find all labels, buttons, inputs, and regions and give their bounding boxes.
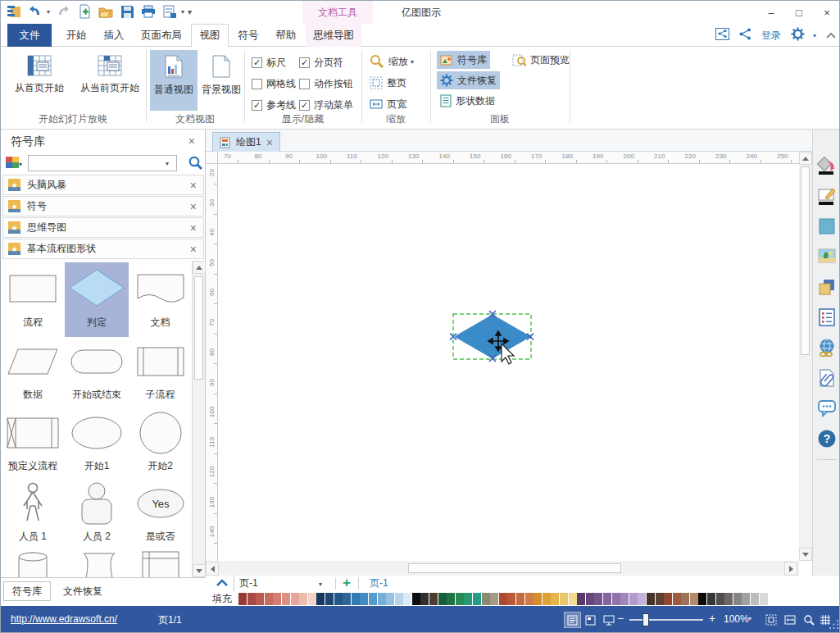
category-close-icon[interactable]: × — [190, 180, 197, 191]
category-close-icon[interactable]: × — [190, 222, 197, 234]
fill-color-swatch[interactable] — [543, 593, 551, 605]
zoom-slider-track[interactable] — [629, 619, 703, 621]
print-button[interactable] — [140, 3, 157, 20]
fill-color-swatch[interactable] — [534, 593, 542, 605]
fill-color-swatch[interactable] — [742, 593, 750, 605]
action-buttons-checkbox[interactable] — [299, 79, 310, 89]
zoom-region-button[interactable] — [801, 613, 816, 627]
maximize-button[interactable]: □ — [785, 1, 813, 24]
library-source-icon[interactable] — [5, 156, 20, 172]
checkbox-ruler[interactable]: ✓ 标尺 — [252, 56, 286, 69]
save-button[interactable] — [119, 3, 135, 20]
customize-qat-icon[interactable]: ▾ — [188, 7, 192, 16]
fill-color-swatch[interactable] — [482, 593, 490, 605]
quick-color-icon[interactable] — [817, 216, 837, 236]
fill-color-swatch[interactable] — [690, 593, 698, 605]
share-icon[interactable] — [739, 28, 751, 43]
zoom-percentage-dropdown-icon[interactable]: ▾ — [748, 615, 751, 622]
resize-grip[interactable] — [829, 620, 839, 632]
fill-color-swatch[interactable] — [456, 593, 464, 605]
fill-color-swatch[interactable] — [308, 593, 316, 605]
document-tab[interactable]: 绘图1 × — [212, 132, 280, 152]
panel-tab-library[interactable]: 符号库 — [3, 581, 51, 601]
selected-diamond-shape[interactable] — [455, 315, 530, 358]
shape-data[interactable]: 数据 — [1, 339, 65, 409]
fill-color-swatch[interactable] — [673, 593, 681, 605]
shape-start2[interactable]: 开始2 — [129, 409, 192, 480]
fill-color-swatch[interactable] — [299, 593, 307, 605]
fill-color-swatch[interactable] — [273, 593, 281, 605]
fill-color-swatch[interactable] — [707, 593, 715, 605]
normal-view-button[interactable]: 普通视图 — [150, 50, 198, 111]
fill-color-swatch[interactable] — [656, 593, 664, 605]
shape-data-list-icon[interactable] — [817, 307, 837, 327]
gridlines-checkbox[interactable] — [252, 79, 262, 89]
open-file-button[interactable] — [98, 3, 114, 20]
status-normal-view-button[interactable] — [565, 613, 580, 627]
checkbox-guides[interactable]: ✓ 参考线 — [252, 98, 296, 112]
fill-color-swatch[interactable] — [638, 593, 646, 605]
help-icon[interactable]: ? — [817, 429, 837, 449]
fill-color-swatch[interactable] — [316, 593, 325, 605]
zoom-in-button[interactable]: + — [709, 612, 715, 625]
fill-color-swatch[interactable] — [525, 593, 534, 605]
zoom-button[interactable]: 缩放 ▾ — [366, 52, 417, 71]
shape-process[interactable]: 流程 — [1, 265, 65, 337]
tab-home[interactable]: 开始 — [58, 24, 94, 47]
fill-color-swatch[interactable] — [681, 593, 689, 605]
whole-page-button[interactable]: 整页 — [366, 74, 410, 92]
fill-color-swatch[interactable] — [473, 593, 481, 605]
canvas-hscroll-thumb[interactable] — [408, 563, 621, 573]
fill-color-swatch[interactable] — [664, 593, 672, 605]
library-category-symbols[interactable]: ★ 符号 × — [2, 196, 204, 216]
new-document-button[interactable] — [76, 3, 93, 20]
scroll-down-button[interactable] — [193, 564, 206, 577]
fill-color-swatch[interactable] — [420, 593, 429, 605]
library-search-input[interactable] — [28, 155, 177, 171]
status-slideshow-button[interactable] — [601, 613, 616, 627]
fill-color-swatch[interactable] — [447, 593, 455, 605]
shape-start-end[interactable]: 开始或结束 — [65, 339, 129, 409]
shape-predefined-process[interactable]: 预定义流程 — [1, 409, 65, 480]
ruler-checkbox[interactable]: ✓ — [252, 57, 262, 68]
fill-color-swatch[interactable] — [620, 593, 629, 605]
fill-color-swatch[interactable] — [265, 593, 273, 605]
fill-color-swatch[interactable] — [698, 593, 706, 605]
pagebreak-checkbox[interactable]: ✓ — [299, 57, 310, 68]
drawing-page[interactable] — [218, 164, 799, 561]
scroll-up-button[interactable] — [193, 261, 206, 274]
guides-checkbox[interactable]: ✓ — [252, 100, 262, 111]
fill-color-swatch[interactable] — [733, 593, 742, 605]
canvas-vscrollbar[interactable] — [799, 152, 812, 561]
fill-color-swatch[interactable] — [343, 593, 351, 605]
fill-color-swatch[interactable] — [360, 593, 368, 605]
insert-picture-icon[interactable] — [817, 247, 837, 266]
shape-database-partial[interactable] — [1, 549, 65, 577]
checkbox-action-buttons[interactable]: 动作按钮 — [299, 77, 353, 90]
fill-style-icon[interactable] — [817, 156, 837, 175]
shape-card-partial[interactable] — [129, 549, 192, 577]
hyperlink-icon[interactable] — [817, 338, 837, 357]
close-button[interactable]: × — [813, 1, 840, 24]
attachment-icon[interactable] — [817, 368, 837, 388]
fill-color-swatch[interactable] — [594, 593, 602, 605]
page-selector[interactable]: 页-1 — [234, 576, 258, 591]
document-tab-close-icon[interactable]: × — [266, 137, 273, 148]
shape-start1[interactable]: 开始1 — [65, 409, 129, 480]
fill-color-swatch[interactable] — [403, 593, 411, 605]
category-close-icon[interactable]: × — [190, 201, 197, 212]
fill-color-swatch[interactable] — [464, 593, 472, 605]
settings-gear-icon[interactable] — [791, 27, 805, 43]
fill-color-swatch[interactable] — [612, 593, 620, 605]
zoom-out-button[interactable]: − — [617, 612, 624, 625]
fill-color-swatch[interactable] — [490, 593, 498, 605]
fill-color-swatch[interactable] — [429, 593, 438, 605]
fill-color-swatch[interactable] — [325, 593, 334, 605]
fill-color-swatch[interactable] — [629, 593, 638, 605]
fill-color-swatch[interactable] — [586, 593, 594, 605]
fill-color-swatch[interactable] — [577, 593, 585, 605]
comment-icon[interactable] — [817, 398, 837, 418]
slideshow-from-current-button[interactable]: 从当前页开始 — [75, 50, 145, 111]
fill-color-swatch[interactable] — [378, 593, 386, 605]
fill-color-swatch[interactable] — [438, 593, 447, 605]
